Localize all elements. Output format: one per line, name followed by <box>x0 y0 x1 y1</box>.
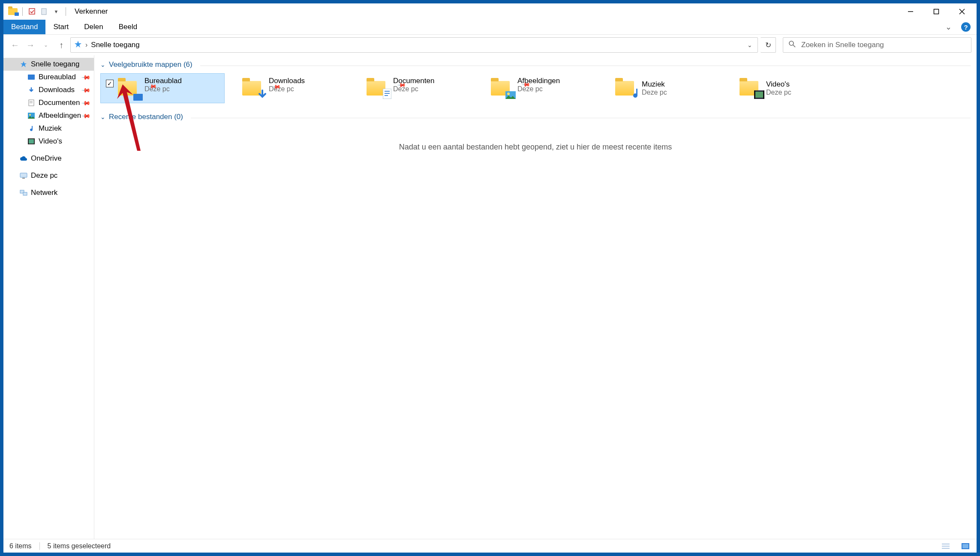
svg-marker-6 <box>75 41 81 48</box>
pictures-icon <box>27 112 35 120</box>
sidebar-item-label: Netwerk <box>31 188 57 197</box>
nav-recent-dropdown-icon[interactable]: ⌄ <box>39 39 52 51</box>
ribbon-collapse-icon[interactable]: ⌄ <box>940 22 957 32</box>
sidebar-item-onedrive[interactable]: OneDrive <box>3 152 94 165</box>
folder-icon <box>735 78 763 99</box>
pin-icon: 📌 <box>81 111 91 120</box>
breadcrumb-location[interactable]: Snelle toegang <box>91 41 139 49</box>
search-input[interactable] <box>801 41 966 49</box>
nav-back-icon[interactable]: ← <box>9 39 21 51</box>
sidebar-item-label: Downloads <box>39 86 75 94</box>
chevron-down-icon: ⌄ <box>100 61 105 68</box>
section-divider <box>191 118 971 118</box>
status-bar: 6 items 5 items geselecteerd <box>3 539 977 553</box>
video-icon <box>27 138 35 145</box>
folder-item-videos[interactable]: Video's Deze pc <box>722 73 846 103</box>
sidebar-item-this-pc[interactable]: Deze pc <box>3 169 94 182</box>
search-box[interactable] <box>783 37 971 53</box>
sidebar-item-videos[interactable]: Video's <box>3 135 94 148</box>
qat-newfolder-icon[interactable] <box>39 6 49 17</box>
sidebar-item-label: Muziek <box>39 124 62 133</box>
sidebar-item-label: Documenten <box>39 99 80 107</box>
folder-item-desktop[interactable]: ✓ Bureaublad Deze pc 📌 <box>100 73 225 103</box>
ribbon-tabs: Bestand Start Delen Beeld ⌄ ? <box>3 20 977 34</box>
status-selected: 5 items geselecteerd <box>48 542 111 550</box>
status-count: 6 items <box>9 542 32 550</box>
folder-item-pictures[interactable]: Afbeeldingen Deze pc 📌 <box>473 73 598 103</box>
frequent-folders-grid: ✓ Bureaublad Deze pc 📌 <box>100 73 971 103</box>
svg-point-7 <box>789 41 794 45</box>
tab-bestand[interactable]: Bestand <box>3 20 45 34</box>
navigation-pane: Snelle toegang Bureaublad 📌 Downloads 📌 … <box>3 55 94 539</box>
svg-rect-0 <box>29 9 35 14</box>
svg-rect-1 <box>42 9 46 15</box>
close-button[interactable] <box>949 3 975 20</box>
folder-item-documents[interactable]: Documenten Deze pc 📌 <box>349 73 473 103</box>
maximize-button[interactable] <box>923 3 949 20</box>
title-bar: ▼ Verkenner <box>3 3 977 20</box>
pc-icon <box>20 172 27 179</box>
sidebar-item-label: Deze pc <box>31 171 57 180</box>
svg-point-14 <box>29 114 31 116</box>
sidebar-item-documents[interactable]: Documenten 📌 <box>3 96 94 109</box>
qat-properties-icon[interactable] <box>27 6 37 17</box>
nav-up-icon[interactable]: ↑ <box>55 39 68 51</box>
sidebar-item-label: Bureaublad <box>39 73 76 81</box>
view-large-icons-button[interactable] <box>960 542 971 550</box>
svg-rect-33 <box>763 90 764 99</box>
quick-access-star-icon <box>74 40 82 50</box>
folder-location: Deze pc <box>766 89 791 96</box>
section-label: Veelgebruikte mappen (6) <box>109 60 192 69</box>
svg-rect-22 <box>23 192 27 195</box>
explorer-window: ▼ Verkenner Bestand Start Delen Beeld ⌄ … <box>3 3 977 553</box>
section-label: Recente bestanden (0) <box>109 113 183 121</box>
document-icon <box>27 99 35 107</box>
view-details-button[interactable] <box>941 542 951 550</box>
nav-forward-icon[interactable]: → <box>24 39 37 51</box>
empty-state-message: Nadat u een aantal bestanden hebt geopen… <box>100 126 971 169</box>
qat-dropdown-icon[interactable]: ▼ <box>51 6 61 17</box>
folder-name: Muziek <box>642 80 667 89</box>
section-recent-files[interactable]: ⌄ Recente bestanden (0) <box>100 111 971 126</box>
body: Snelle toegang Bureaublad 📌 Downloads 📌 … <box>3 55 977 539</box>
sidebar-item-quick-access[interactable]: Snelle toegang <box>3 58 94 71</box>
minimize-button[interactable] <box>898 3 923 20</box>
folder-icon <box>238 78 265 99</box>
sidebar-item-pictures[interactable]: Afbeeldingen 📌 <box>3 109 94 122</box>
sidebar-item-label: Afbeeldingen <box>39 111 81 120</box>
section-divider <box>200 66 971 66</box>
sidebar-item-label: OneDrive <box>31 154 62 163</box>
folder-item-downloads[interactable]: Downloads Deze pc 📌 <box>225 73 349 103</box>
title-bar-left: ▼ Verkenner <box>5 6 108 17</box>
svg-rect-16 <box>29 139 34 143</box>
section-frequent-folders[interactable]: ⌄ Veelgebruikte mappen (6) <box>100 59 971 73</box>
svg-rect-17 <box>28 138 29 144</box>
pin-icon: 📌 <box>81 85 91 95</box>
address-bar[interactable]: › Snelle toegang ⌄ <box>70 37 758 53</box>
tab-start[interactable]: Start <box>45 20 76 34</box>
folder-icon <box>362 78 390 99</box>
sidebar-item-label: Snelle toegang <box>31 60 79 69</box>
sidebar-item-music[interactable]: Muziek <box>3 122 94 135</box>
folder-item-music[interactable]: Muziek Deze pc <box>598 73 722 103</box>
divider <box>22 7 23 16</box>
network-icon <box>20 189 27 197</box>
content-pane: ⌄ Veelgebruikte mappen (6) ✓ <box>94 55 977 539</box>
search-icon <box>788 40 796 50</box>
svg-rect-3 <box>934 9 939 14</box>
tab-beeld[interactable]: Beeld <box>111 20 145 34</box>
checkbox-icon[interactable]: ✓ <box>106 80 114 87</box>
svg-rect-18 <box>34 138 35 144</box>
svg-marker-9 <box>21 61 27 67</box>
help-icon[interactable]: ? <box>961 22 971 32</box>
sidebar-item-downloads[interactable]: Downloads 📌 <box>3 84 94 96</box>
sidebar-item-network[interactable]: Netwerk <box>3 186 94 199</box>
address-dropdown-icon[interactable]: ⌄ <box>746 42 754 48</box>
sidebar-item-label: Video's <box>39 137 62 146</box>
refresh-button[interactable]: ↻ <box>761 37 776 53</box>
svg-rect-31 <box>755 92 763 98</box>
svg-line-8 <box>793 45 795 47</box>
sidebar-item-desktop[interactable]: Bureaublad 📌 <box>3 71 94 84</box>
nav-bar: ← → ⌄ ↑ › Snelle toegang ⌄ ↻ <box>3 35 977 55</box>
tab-delen[interactable]: Delen <box>76 20 111 34</box>
